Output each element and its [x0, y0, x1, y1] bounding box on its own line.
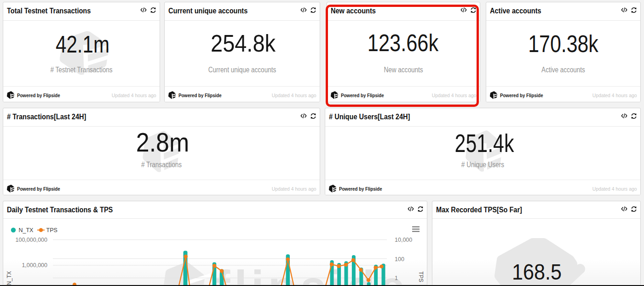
svg-text:1: 1 — [395, 275, 398, 281]
svg-text:N_TX: N_TX — [19, 227, 34, 233]
svg-text:TPS: TPS — [418, 271, 424, 282]
svg-text:TPS: TPS — [46, 227, 58, 233]
svg-text:1,000,000: 1,000,000 — [22, 262, 47, 268]
svg-text:N_TX: N_TX — [6, 271, 12, 286]
svg-text:100: 100 — [395, 256, 404, 263]
svg-text:100,000,000: 100,000,000 — [15, 237, 47, 243]
svg-text:10,000: 10,000 — [395, 237, 412, 243]
